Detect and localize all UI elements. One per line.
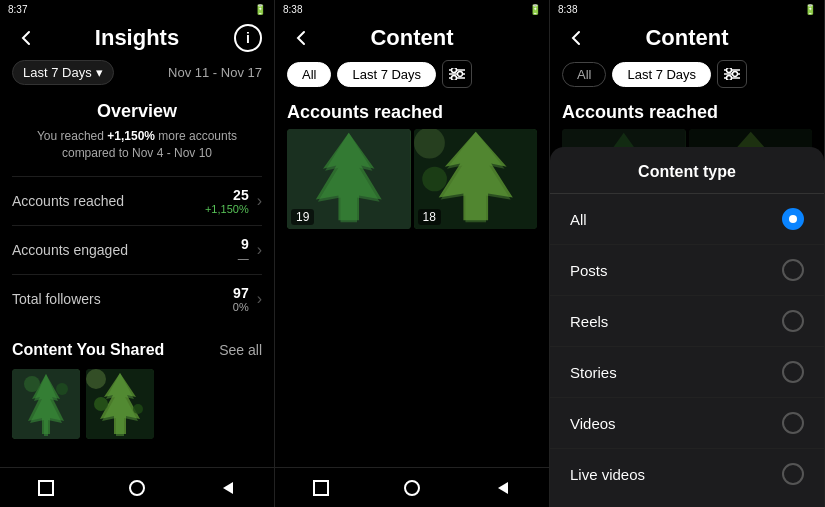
filter-last7-1[interactable]: Last 7 Days — [337, 62, 436, 87]
grid-img-1-0[interactable]: 19 — [287, 129, 411, 229]
overview-title: Overview — [12, 101, 262, 122]
svg-point-9 — [133, 404, 143, 414]
status-icons-1: 🔋 — [254, 4, 266, 15]
radio-videos — [782, 412, 804, 434]
last7days-filter[interactable]: Last 7 Days ▾ — [12, 60, 114, 85]
svg-point-8 — [94, 397, 108, 411]
nav-circle-icon-2[interactable] — [400, 476, 424, 500]
stat-row-accounts-reached[interactable]: Accounts reached 25 +1,150% › — [12, 176, 262, 225]
time-2: 8:38 — [283, 4, 302, 15]
svg-point-18 — [458, 72, 463, 77]
see-all-button[interactable]: See all — [219, 342, 262, 358]
filter-row-1: Last 7 Days ▾ Nov 11 - Nov 17 — [0, 56, 274, 91]
nav-back-icon-1[interactable] — [216, 476, 240, 500]
time-3: 8:38 — [558, 4, 577, 15]
nav-bar-1 — [0, 467, 274, 507]
svg-point-34 — [727, 68, 732, 73]
dropdown-label-all: All — [570, 211, 587, 228]
nav-bar-2 — [275, 467, 549, 507]
dropdown-label-posts: Posts — [570, 262, 608, 279]
dropdown-item-videos[interactable]: Videos — [550, 398, 824, 449]
panel-content-2: 8:38 🔋 Content All Last 7 Days — [550, 0, 825, 507]
status-bar-2: 8:38 🔋 — [275, 0, 549, 18]
overview-desc: You reached +1,150% more accounts compar… — [12, 128, 262, 162]
nav-back-icon-2[interactable] — [491, 476, 515, 500]
nav-square-icon-2[interactable] — [309, 476, 333, 500]
accounts-reached-title-2: Accounts reached — [550, 94, 824, 129]
dropdown-label-stories: Stories — [570, 364, 617, 381]
thumb-2[interactable] — [86, 369, 154, 439]
svg-point-17 — [452, 68, 457, 73]
stat-value-group-1: 9 — › — [238, 236, 262, 264]
stat-label-1: Accounts engaged — [12, 242, 128, 258]
stat-row-total-followers[interactable]: Total followers 97 0% › — [12, 274, 262, 323]
stat-value-group-2: 97 0% › — [233, 285, 262, 313]
info-button[interactable]: i — [234, 24, 262, 52]
filter-last7-2[interactable]: Last 7 Days — [612, 62, 711, 87]
svg-rect-10 — [86, 369, 106, 389]
svg-point-3 — [24, 376, 40, 392]
thumb-1[interactable] — [12, 369, 80, 439]
panel-insights: 8:37 🔋 Insights i Last 7 Days ▾ Nov 11 -… — [0, 0, 275, 507]
content-shared-header: Content You Shared See all — [0, 331, 274, 365]
radio-dot-all — [789, 215, 797, 223]
radio-stories — [782, 361, 804, 383]
grid-img-count-1-0: 19 — [291, 209, 314, 225]
accounts-reached-title-1: Accounts reached — [275, 94, 549, 129]
overview-section: Overview You reached +1,150% more accoun… — [0, 91, 274, 168]
back-button-3[interactable] — [562, 24, 590, 52]
status-bar-1: 8:37 🔋 — [0, 0, 274, 18]
filter-settings-btn-2[interactable] — [717, 60, 747, 88]
insights-title: Insights — [95, 25, 179, 51]
stat-change-1: — — [238, 252, 249, 264]
battery-icon-3: 🔋 — [804, 4, 816, 15]
nav-square-icon-1[interactable] — [34, 476, 58, 500]
image-grid-1: 19 18 — [275, 129, 549, 229]
battery-icon-2: 🔋 — [529, 4, 541, 15]
status-bar-3: 8:38 🔋 — [550, 0, 824, 18]
dropdown-item-reels[interactable]: Reels — [550, 296, 824, 347]
content-title-2: Content — [645, 25, 728, 51]
svg-rect-11 — [39, 481, 53, 495]
svg-point-19 — [452, 76, 457, 81]
back-button-1[interactable] — [12, 24, 40, 52]
filter-settings-btn-1[interactable] — [442, 60, 472, 88]
chevron-right-icon-0: › — [257, 192, 262, 210]
grid-img-count-1-1: 18 — [418, 209, 441, 225]
battery-icon: 🔋 — [254, 4, 266, 15]
stat-change-2: 0% — [233, 301, 249, 313]
content-shared-title: Content You Shared — [12, 341, 164, 359]
radio-all — [782, 208, 804, 230]
dropdown-item-posts[interactable]: Posts — [550, 245, 824, 296]
stat-value-0: 25 — [205, 187, 249, 203]
grid-img-1-1[interactable]: 18 — [414, 129, 538, 229]
time-1: 8:37 — [8, 4, 27, 15]
nav-circle-icon-1[interactable] — [125, 476, 149, 500]
svg-rect-28 — [314, 481, 328, 495]
svg-marker-13 — [223, 482, 233, 494]
svg-point-12 — [130, 481, 144, 495]
stat-label-0: Accounts reached — [12, 193, 124, 209]
content-filters-1: All Last 7 Days — [275, 56, 549, 94]
date-range: Nov 11 - Nov 17 — [168, 65, 262, 80]
svg-point-36 — [727, 76, 732, 81]
stat-value-group-0: 25 +1,150% › — [205, 187, 262, 215]
dropdown-item-all[interactable]: All — [550, 194, 824, 245]
filter-all-2[interactable]: All — [562, 62, 606, 87]
dropdown-item-stories[interactable]: Stories — [550, 347, 824, 398]
content-type-dropdown: Content type All Posts Reels Stories Vid… — [550, 147, 824, 507]
content-header-1: Content — [275, 18, 549, 56]
content-title-1: Content — [370, 25, 453, 51]
dropdown-label-live-videos: Live videos — [570, 466, 645, 483]
radio-live-videos — [782, 463, 804, 485]
svg-point-4 — [56, 383, 68, 395]
filter-all-1[interactable]: All — [287, 62, 331, 87]
back-button-2[interactable] — [287, 24, 315, 52]
dropdown-item-live-videos[interactable]: Live videos — [550, 449, 824, 499]
stat-row-accounts-engaged[interactable]: Accounts engaged 9 — › — [12, 225, 262, 274]
chevron-down-icon: ▾ — [96, 65, 103, 80]
svg-marker-30 — [498, 482, 508, 494]
stat-label-2: Total followers — [12, 291, 101, 307]
stats-list: Accounts reached 25 +1,150% › Accounts e… — [0, 168, 274, 331]
svg-point-26 — [422, 167, 447, 192]
